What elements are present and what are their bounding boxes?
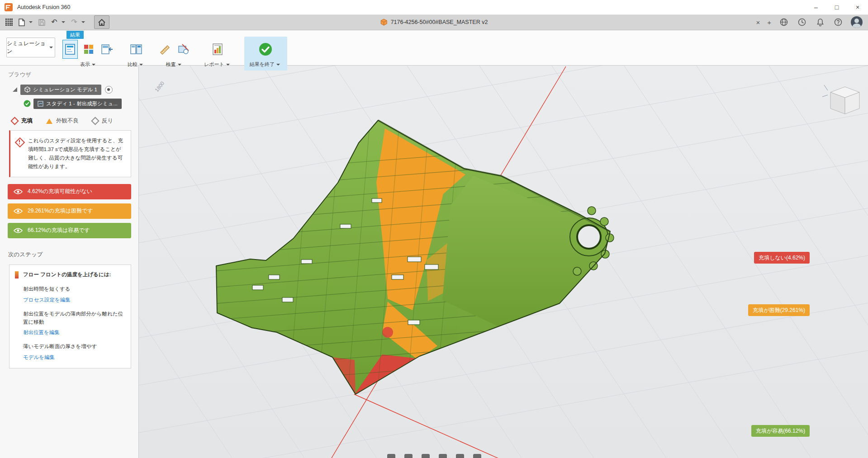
model-fill-confidence[interactable]	[211, 120, 618, 418]
study-warning-box: これらのスタディ設定を使用すると、充填時間1.37 sで成形品を充填することが難…	[9, 130, 131, 177]
quick-access-toolbar: ↶ ↷ 7176-4256-50#00#BASE_MASTER v2 × +	[0, 14, 868, 30]
chevron-down-icon	[226, 64, 230, 66]
eye-icon	[14, 227, 23, 234]
close-button[interactable]: ×	[847, 0, 868, 14]
collapse-arrow-icon[interactable]	[13, 87, 17, 92]
study-tree-item[interactable]: スタディ 1 - 射出成形シミュ...	[24, 98, 138, 109]
edit-process-settings-link[interactable]: プロセス設定を編集	[23, 297, 125, 303]
document-cube-icon	[380, 19, 387, 26]
viewport-3d[interactable]: 1800	[138, 65, 868, 458]
ribbon-group-report: レポート	[204, 39, 232, 68]
workspace-caret-icon	[49, 47, 53, 48]
ribbon-group-inspect-label[interactable]: 検査	[166, 61, 183, 68]
workspace-label: シミュレーション	[7, 40, 46, 55]
maximize-button[interactable]: □	[826, 0, 847, 14]
tab-defects[interactable]: 外観不良	[46, 117, 79, 125]
fill-diamond-icon	[10, 117, 19, 125]
legend-display-icon[interactable]	[81, 40, 96, 59]
fusion360-window: Autodesk Fusion 360 – □ ×	[0, 0, 868, 458]
warp-diamond-icon	[91, 117, 99, 125]
finish-results-check-icon[interactable]	[258, 40, 273, 59]
browser-header: ブラウザ	[8, 71, 138, 79]
app-grid-icon[interactable]	[4, 16, 14, 28]
results-context-tab[interactable]: 結果	[66, 31, 84, 39]
result-bar-difficult[interactable]: 29.261%の充填は困難です	[8, 203, 131, 219]
fusion-logo-icon	[5, 3, 13, 11]
step-text: 射出時間を短くする	[23, 285, 123, 293]
display-settings-nav-icon[interactable]	[473, 454, 481, 458]
edit-injection-location-link[interactable]: 射出位置を編集	[23, 329, 125, 336]
save-icon[interactable]	[36, 16, 47, 28]
steps-title: フロー フロントの温度を上げるには:	[23, 271, 111, 278]
workspace-selector[interactable]: シミュレーション	[6, 38, 55, 57]
titlebar: Autodesk Fusion 360 – □ ×	[0, 0, 868, 15]
compare-icon[interactable]	[128, 40, 144, 59]
ribbon-group-compare: 比較	[128, 39, 145, 68]
visibility-radio[interactable]	[105, 86, 113, 94]
display-settings-icon[interactable]	[62, 40, 78, 59]
study-check-icon	[24, 100, 31, 107]
warning-triangle-icon	[46, 118, 52, 124]
redo-caret-icon[interactable]	[81, 21, 85, 23]
zoom-icon[interactable]	[439, 454, 447, 458]
file-menu-caret-icon[interactable]	[29, 21, 33, 23]
grid-dimension-label: 1800	[154, 80, 165, 93]
model-tree-item[interactable]: シミュレーション モデル 1	[13, 84, 138, 95]
warning-text: これらのスタディ設定を使用すると、充填時間1.37 sで成形品を充填することが難…	[28, 137, 126, 171]
eye-icon	[14, 189, 23, 195]
tab-fill[interactable]: 充填	[12, 117, 33, 125]
undo-icon[interactable]: ↶	[49, 16, 60, 28]
study-icon	[38, 101, 43, 107]
step-text: 射出位置をモデルの薄肉部分から離れた位置に移動	[23, 310, 123, 326]
result-bar-label: 4.62%の充填可能性がない	[28, 188, 92, 195]
legend-label-difficult: 充填が困難(29.261%)	[748, 304, 810, 316]
panel-display-icon[interactable]	[100, 40, 115, 59]
look-at-icon[interactable]	[404, 454, 413, 458]
study-item-label: スタディ 1 - 射出成形シミュ...	[46, 100, 118, 107]
minimize-button[interactable]: –	[806, 0, 826, 14]
orbit-icon[interactable]	[387, 454, 395, 458]
help-icon[interactable]	[833, 16, 844, 28]
model-item-label: シミュレーション モデル 1	[33, 86, 97, 93]
result-bar-easy[interactable]: 66.12%の充填は容易です	[8, 223, 131, 238]
tab-warp[interactable]: 反り	[92, 117, 113, 125]
ribbon-group-inspect: 検査	[157, 39, 191, 68]
browser-panel: ブラウザ シミュレーション モデル 1 スタディ 1 - 射出成形シミュ... …	[0, 65, 139, 458]
section-analysis-icon[interactable]	[176, 40, 191, 59]
ribbon-group-display-label[interactable]: 表示	[80, 61, 97, 68]
extensions-icon[interactable]	[778, 16, 789, 28]
edit-model-link[interactable]: モデルを編集	[23, 354, 125, 361]
ribbon-group-compare-label[interactable]: 比較	[128, 61, 145, 68]
pan-icon[interactable]	[422, 454, 430, 458]
measure-icon[interactable]	[157, 40, 173, 59]
result-bar-label: 29.261%の充填は困難です	[28, 207, 93, 215]
next-steps-box: フロー フロントの温度を上げるには: 射出時間を短くする プロセス設定を編集 射…	[9, 264, 131, 368]
ribbon-group-report-label[interactable]: レポート	[204, 61, 232, 68]
close-document-icon[interactable]: ×	[756, 19, 760, 26]
new-document-tab-icon[interactable]: +	[767, 19, 771, 26]
home-view-button[interactable]	[94, 15, 109, 29]
eye-icon	[14, 208, 23, 214]
view-cube[interactable]	[822, 85, 859, 114]
result-bar-no-fill[interactable]: 4.62%の充填可能性がない	[8, 184, 131, 199]
user-avatar[interactable]	[851, 16, 863, 28]
report-icon[interactable]	[210, 40, 225, 59]
finish-results-group[interactable]: 結果を終了	[244, 37, 287, 71]
result-bar-label: 66.12%の充填は容易です	[28, 227, 90, 234]
finish-results-label[interactable]: 結果を終了	[250, 61, 282, 68]
navigation-bar[interactable]	[360, 454, 509, 458]
notifications-bell-icon[interactable]	[815, 16, 825, 28]
undo-caret-icon[interactable]	[62, 21, 65, 23]
flow-front-gradient-icon	[15, 271, 19, 279]
file-menu-icon[interactable]	[16, 16, 27, 28]
chevron-down-icon	[139, 64, 143, 66]
job-status-icon[interactable]	[797, 16, 807, 28]
redo-icon[interactable]: ↷	[69, 16, 80, 28]
document-title: 7176-4256-50#00#BASE_MASTER v2	[391, 19, 488, 25]
document-tab[interactable]: 7176-4256-50#00#BASE_MASTER v2	[380, 14, 488, 30]
ribbon-group-display: 表示	[62, 39, 115, 68]
result-tabs: 充填 外観不良 反り	[12, 117, 138, 125]
warning-diamond-icon	[15, 137, 24, 146]
legend-label-no-fill: 充填しない(4.62%)	[754, 252, 810, 264]
fit-icon[interactable]	[456, 454, 464, 458]
